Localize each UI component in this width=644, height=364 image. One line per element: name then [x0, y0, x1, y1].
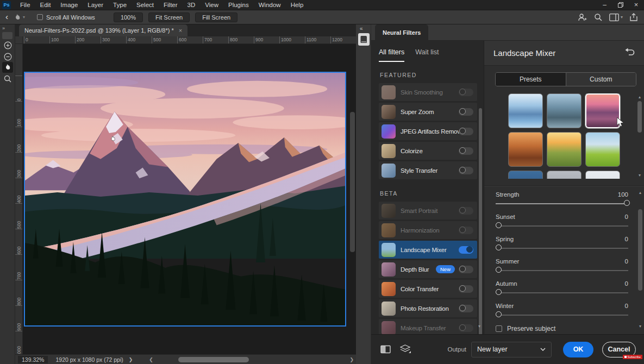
horizontal-scrollbar-thumb[interactable] [178, 357, 249, 362]
filter-row[interactable]: JPEG Artifacts Removal [379, 122, 477, 140]
menu-item[interactable]: View [200, 0, 223, 10]
vertical-scrollbar[interactable] [350, 112, 355, 252]
account-icon[interactable] [578, 13, 587, 22]
tab-presets[interactable]: Presets [496, 73, 566, 86]
expand-panel-icon[interactable]: » [2, 26, 4, 31]
neural-filters-tab[interactable]: Neural Filters [375, 24, 428, 41]
menu-item[interactable]: Window [254, 0, 286, 10]
filter-row[interactable]: Smart Portrait [379, 202, 477, 219]
menu-item[interactable]: Help [286, 0, 309, 10]
share-icon[interactable] [630, 13, 637, 21]
filter-row[interactable]: Depth Blur New [379, 260, 477, 278]
filter-toggle[interactable] [459, 227, 473, 234]
slider-knob[interactable] [624, 200, 630, 206]
scroll-down-icon[interactable]: ▾ [639, 173, 641, 178]
scroll-left-icon[interactable]: ❮ [149, 357, 153, 362]
filters-panel-icon[interactable] [358, 33, 370, 46]
scrollbar-thumb[interactable] [479, 108, 482, 347]
scrollbar-thumb[interactable] [637, 101, 642, 133]
canvas-image[interactable] [24, 72, 346, 327]
preset-thumbnail[interactable] [547, 171, 582, 179]
layers-icon[interactable] [400, 344, 411, 354]
fit-screen-button[interactable]: Fit Screen [148, 12, 190, 22]
menu-item[interactable]: Layer [83, 0, 108, 10]
slider-knob[interactable] [496, 289, 502, 295]
menu-item[interactable]: File [15, 0, 35, 10]
slider-knob[interactable] [496, 222, 502, 228]
filter-toggle[interactable] [459, 266, 473, 273]
filter-toggle[interactable] [459, 147, 473, 155]
search-icon[interactable] [594, 13, 602, 21]
tab-all-filters[interactable]: All filters [379, 48, 404, 62]
preset-thumbnail[interactable] [508, 93, 543, 128]
filter-list-scrollbar[interactable]: ▾ [478, 66, 483, 320]
slider-knob[interactable] [496, 311, 502, 317]
filter-toggle[interactable] [459, 167, 473, 174]
slider-track[interactable] [496, 287, 628, 298]
menu-item[interactable]: Image [55, 0, 83, 10]
preset-thumbnail[interactable] [508, 171, 543, 179]
canvas-area[interactable]: 01002003004005006007008009001000 [15, 44, 356, 354]
scroll-right-icon[interactable]: ❯ [349, 357, 354, 362]
collapse-panel-icon[interactable]: « [360, 26, 363, 32]
workspace-icon[interactable]: ▾ [609, 14, 623, 21]
preset-thumbnail[interactable] [585, 93, 620, 128]
slider-track[interactable] [496, 198, 628, 209]
filter-row[interactable]: Super Zoom [379, 103, 477, 121]
filter-toggle[interactable] [459, 108, 473, 116]
slider-track[interactable] [496, 309, 628, 320]
filter-toggle[interactable] [459, 89, 473, 96]
preset-thumbnail[interactable] [585, 132, 620, 167]
menu-item[interactable]: Plugins [223, 0, 254, 10]
preset-thumbnail[interactable] [508, 132, 543, 167]
slider-track[interactable] [496, 242, 628, 253]
minimize-button[interactable] [597, 0, 612, 10]
preset-thumbnail[interactable] [547, 93, 582, 128]
document-tab[interactable]: Neural-Filters-Ps-2022.psd @ 139% (Layer… [19, 24, 187, 36]
slider-track[interactable] [496, 220, 628, 231]
preset-thumbnail[interactable] [585, 171, 620, 179]
filter-toggle[interactable] [459, 207, 473, 215]
status-arrow-icon[interactable]: ❯ [129, 357, 133, 362]
scroll-all-windows-checkbox[interactable]: Scroll All Windows [37, 14, 95, 21]
scroll-down-icon[interactable]: ▾ [639, 324, 641, 329]
scroll-up-icon[interactable]: ▴ [639, 95, 641, 99]
preserve-subject-checkbox[interactable]: Preserve subject [496, 325, 644, 332]
filter-row[interactable]: Style Transfer [379, 161, 477, 179]
filter-row[interactable]: Photo Restoration [379, 299, 477, 317]
zoom-out-tool[interactable] [2, 51, 13, 62]
settings-scrollbar[interactable]: ▴ ▾ [637, 190, 643, 329]
slider-knob[interactable] [496, 267, 502, 273]
scroll-down-icon[interactable]: ▾ [478, 324, 480, 329]
tab-custom[interactable]: Custom [566, 73, 636, 86]
close-button[interactable] [628, 0, 644, 10]
zoom-level-field[interactable]: 139.32% [18, 356, 48, 363]
filter-row[interactable]: Harmonization [379, 221, 477, 239]
filter-toggle[interactable] [459, 285, 473, 293]
scrollbar-thumb[interactable] [638, 209, 642, 291]
filter-toggle[interactable] [459, 246, 473, 254]
ok-button[interactable]: OK [563, 342, 593, 357]
slider-knob[interactable] [496, 244, 502, 250]
preview-split-icon[interactable] [380, 345, 391, 354]
back-arrow-icon[interactable]: ‹ [0, 12, 14, 22]
filter-toggle[interactable] [459, 305, 473, 312]
filter-row[interactable]: Skin Smoothing [379, 83, 477, 101]
zoom-100-button[interactable]: 100% [114, 12, 143, 22]
reset-icon[interactable] [625, 48, 635, 58]
menu-item[interactable]: Type [108, 0, 132, 10]
menu-item[interactable]: Edit [35, 0, 56, 10]
zoom-in-tool[interactable] [2, 40, 13, 51]
slider-track[interactable] [496, 265, 628, 275]
hand-tool-icon[interactable]: ▾ [14, 14, 30, 21]
menu-item[interactable]: 3D [183, 0, 201, 10]
tab-wait-list[interactable]: Wait list [415, 48, 439, 62]
menu-item[interactable]: Select [132, 0, 159, 10]
output-select[interactable]: New layer [471, 342, 552, 357]
filter-row[interactable]: Colorize [379, 142, 477, 160]
filter-toggle[interactable] [459, 324, 473, 332]
filter-row[interactable]: Landscape Mixer [379, 241, 477, 259]
close-tab-icon[interactable]: × [179, 27, 182, 34]
scroll-up-icon[interactable]: ▴ [639, 190, 641, 195]
fill-screen-button[interactable]: Fill Screen [195, 12, 237, 22]
